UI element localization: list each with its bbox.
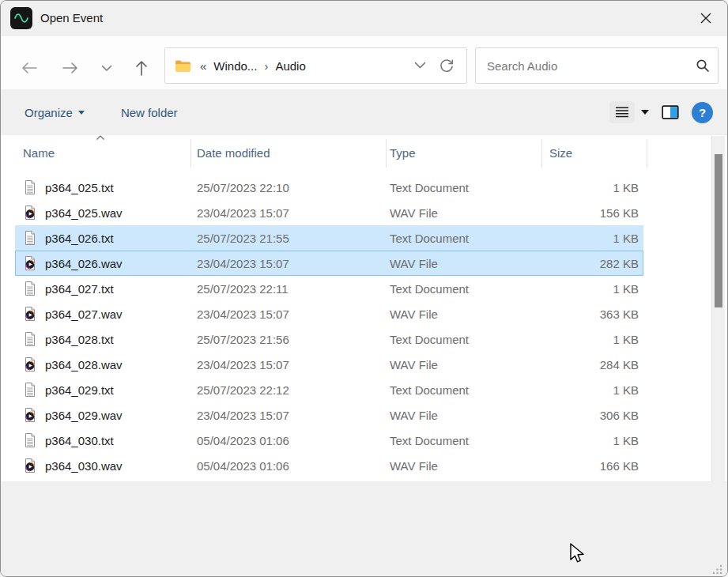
file-icon	[15, 281, 45, 296]
navigation-bar: « Windo... › Audio	[1, 36, 727, 89]
file-type: WAV File	[386, 409, 541, 422]
file-row[interactable]: p364_029.wav 23/04/2023 15:07 WAV File 3…	[15, 402, 643, 428]
file-name: p364_026.wav	[45, 257, 190, 270]
text-file-icon	[24, 179, 36, 195]
preview-pane-button[interactable]	[662, 105, 679, 119]
file-size: 1 KB	[541, 282, 643, 296]
refresh-button[interactable]	[433, 52, 460, 79]
address-dropdown-button[interactable]	[406, 52, 433, 79]
file-icon	[15, 331, 45, 347]
file-row[interactable]: p364_028.wav 23/04/2023 15:07 WAV File 2…	[15, 352, 643, 377]
breadcrumb-parent[interactable]: Windo...	[213, 59, 257, 73]
file-size: 1 KB	[541, 181, 643, 194]
file-date-modified: 25/07/2023 22:10	[190, 181, 386, 194]
file-date-modified: 23/04/2023 15:07	[190, 307, 386, 321]
forward-button[interactable]	[56, 54, 85, 82]
command-bar: Organize New folder ?	[1, 89, 727, 135]
file-size: 1 KB	[541, 383, 643, 397]
column-header-size[interactable]: Size	[549, 135, 572, 172]
up-arrow-icon	[135, 59, 148, 77]
file-date-modified: 25/07/2023 22:12	[190, 383, 386, 397]
up-button[interactable]	[127, 54, 156, 82]
file-type: WAV File	[386, 358, 541, 371]
file-size: 156 KB	[541, 206, 643, 220]
column-header-date-modified[interactable]: Date modified	[197, 135, 270, 172]
new-folder-button[interactable]: New folder	[113, 100, 186, 126]
column-divider[interactable]	[541, 139, 542, 168]
file-icon	[15, 382, 45, 398]
organize-label: Organize	[25, 106, 73, 119]
file-icon	[15, 230, 45, 246]
forward-arrow-icon	[62, 62, 79, 74]
file-row[interactable]: p364_026.wav 23/04/2023 15:07 WAV File 2…	[15, 251, 643, 276]
text-file-icon	[24, 331, 36, 347]
file-type: WAV File	[386, 257, 541, 270]
file-icon	[15, 432, 45, 448]
file-name: p364_029.txt	[45, 383, 190, 397]
file-row[interactable]: p364_026.txt 25/07/2023 21:55 Text Docum…	[15, 225, 643, 251]
column-header-name[interactable]: Name	[23, 135, 55, 172]
search-input[interactable]	[487, 59, 696, 73]
file-icon	[15, 179, 45, 195]
file-type: WAV File	[386, 459, 541, 473]
audio-file-icon	[24, 356, 36, 372]
resize-grip[interactable]	[712, 564, 723, 575]
file-icon	[15, 306, 45, 322]
file-type: Text Document	[386, 333, 541, 346]
file-name: p364_028.txt	[45, 333, 190, 346]
file-row[interactable]: p364_028.txt 25/07/2023 21:56 Text Docum…	[15, 326, 643, 352]
breadcrumb-overflow[interactable]: «	[200, 59, 206, 73]
window-title: Open Event	[40, 11, 103, 25]
file-icon	[15, 255, 45, 271]
file-row[interactable]: p364_025.txt 25/07/2023 22:10 Text Docum…	[15, 175, 643, 200]
text-file-icon	[24, 230, 36, 246]
column-divider[interactable]	[647, 139, 647, 168]
file-row[interactable]: p364_030.wav 05/04/2023 01:06 WAV File 1…	[15, 453, 643, 478]
file-icon	[15, 205, 45, 221]
close-button[interactable]	[692, 6, 719, 31]
file-size: 166 KB	[541, 459, 643, 473]
help-button[interactable]: ?	[692, 102, 713, 123]
file-row[interactable]: p364_027.wav 23/04/2023 15:07 WAV File 3…	[15, 301, 643, 326]
search-box[interactable]	[475, 47, 719, 84]
breadcrumb-current[interactable]: Audio	[275, 59, 305, 73]
folder-icon	[175, 59, 191, 73]
audio-file-icon	[24, 255, 36, 271]
file-row[interactable]: p364_029.txt 25/07/2023 22:12 Text Docum…	[15, 377, 643, 402]
column-divider[interactable]	[190, 139, 191, 168]
change-view-button[interactable]	[609, 101, 649, 123]
file-size: 363 KB	[541, 307, 643, 321]
file-name: p364_026.txt	[45, 232, 190, 245]
file-name: p364_030.wav	[45, 459, 190, 473]
back-button[interactable]	[15, 54, 43, 82]
text-file-icon	[24, 432, 36, 448]
sort-ascending-icon	[96, 134, 105, 141]
dialog-footer: File name: "p364_026.wav" "p364_026.txt"…	[1, 481, 727, 577]
column-header-type[interactable]: Type	[390, 135, 416, 172]
file-row[interactable]: p364_027.txt 25/07/2023 22:11 Text Docum…	[15, 276, 643, 301]
file-date-modified: 23/04/2023 15:07	[190, 257, 386, 270]
file-date-modified: 25/07/2023 22:11	[190, 282, 386, 296]
file-size: 282 KB	[541, 257, 643, 270]
file-row[interactable]: p364_025.wav 23/04/2023 15:07 WAV File 1…	[15, 200, 643, 225]
caret-down-icon	[641, 110, 649, 115]
address-bar[interactable]: « Windo... › Audio	[164, 47, 467, 84]
file-date-modified: 23/04/2023 15:07	[190, 206, 386, 220]
open-event-dialog: Open Event	[0, 0, 728, 577]
file-size: 306 KB	[541, 409, 643, 422]
file-row[interactable]: p364_030.txt 05/04/2023 01:06 Text Docum…	[15, 428, 643, 453]
search-icon[interactable]	[696, 58, 710, 73]
file-name: p364_025.txt	[45, 181, 190, 194]
audio-file-icon	[24, 407, 36, 423]
list-view-icon	[609, 101, 635, 123]
audio-file-icon	[24, 458, 36, 473]
audio-file-icon	[24, 205, 36, 221]
scrollbar[interactable]	[711, 136, 725, 481]
column-divider[interactable]	[386, 139, 387, 168]
organize-button[interactable]: Organize	[17, 100, 92, 126]
file-name: p364_029.wav	[45, 409, 190, 422]
scrollbar-thumb[interactable]	[715, 154, 722, 307]
chevron-down-icon	[101, 65, 112, 72]
recent-locations-button[interactable]	[92, 54, 121, 82]
app-icon	[10, 7, 32, 29]
